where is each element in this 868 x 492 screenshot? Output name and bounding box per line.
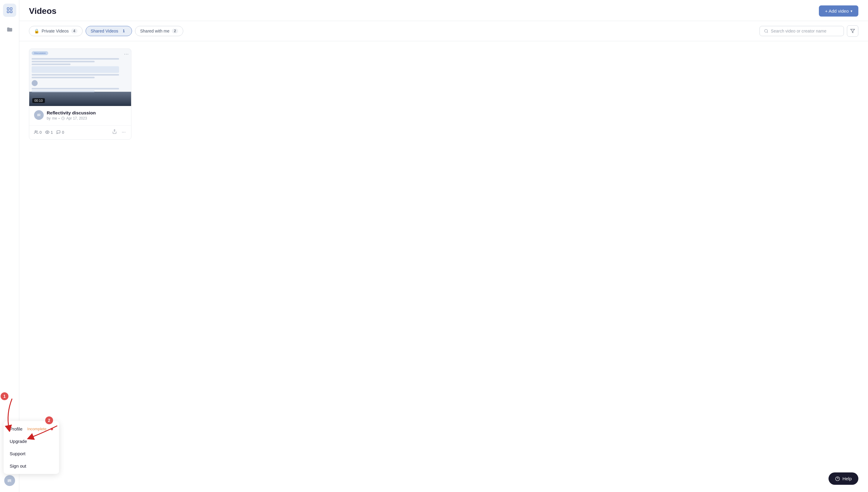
dropdown-item-signout[interactable]: Sign out (4, 460, 59, 472)
people-icon (34, 130, 38, 134)
chevron-down-icon: ▾ (850, 9, 852, 13)
video-creator-avatar: IR (34, 110, 44, 120)
svg-rect-0 (7, 8, 9, 10)
share-icon (112, 129, 117, 134)
tab-shared-videos[interactable]: Shared Videos 1 (86, 26, 132, 36)
svg-rect-3 (10, 11, 12, 13)
filter-button[interactable] (847, 25, 858, 37)
svg-point-8 (47, 131, 48, 133)
search-icon (764, 29, 769, 33)
view-count: 1 (45, 130, 53, 134)
sidebar-item-folder[interactable] (3, 23, 16, 36)
sidebar: IR (0, 0, 19, 492)
main-content: Videos + Add video ▾ 🔒 Private Videos 4 … (19, 0, 868, 492)
video-stats: 0 1 (29, 125, 131, 140)
comment-icon (56, 130, 61, 134)
video-thumbnail: Discussion (29, 49, 131, 106)
video-options-icon: ⋯ (124, 51, 129, 57)
status-dot (51, 428, 53, 430)
svg-point-4 (765, 29, 768, 32)
share-button[interactable] (112, 128, 118, 136)
add-video-button[interactable]: + Add video ▾ (819, 5, 858, 17)
svg-point-7 (35, 131, 37, 132)
page-title: Videos (29, 6, 56, 16)
folder-icon (7, 26, 13, 32)
search-input[interactable] (771, 29, 839, 33)
video-title: Reflectivity discussion (47, 110, 126, 115)
dropdown-menu: Profile Incomplete Upgrade Support Sign … (4, 421, 59, 474)
page-header: Videos + Add video ▾ (19, 0, 868, 21)
svg-marker-5 (850, 29, 854, 33)
video-info: IR Reflectivity discussion by me • (29, 106, 131, 123)
annotation-badge-2: 2 (45, 416, 53, 424)
tabs-bar: 🔒 Private Videos 4 Shared Videos 1 Share… (19, 21, 868, 41)
tab-shared-with-me[interactable]: Shared with me 2 (135, 26, 183, 36)
help-button[interactable]: Help (828, 472, 858, 485)
dropdown-item-profile[interactable]: Profile Incomplete (4, 423, 59, 435)
dropdown-overlay: Profile Incomplete Upgrade Support Sign … (0, 421, 59, 492)
comment-count: 0 (56, 130, 64, 134)
eye-icon (45, 130, 49, 134)
thumbnail-image: Discussion (29, 49, 131, 106)
content-area: Discussion (19, 41, 868, 492)
clock-icon (61, 117, 65, 120)
more-options-button[interactable]: ··· (121, 129, 126, 136)
dropdown-item-upgrade[interactable]: Upgrade (4, 435, 59, 447)
screen-preview: Discussion (29, 49, 131, 92)
ellipsis-icon: ··· (122, 129, 126, 134)
video-grid: Discussion (29, 48, 858, 140)
video-card[interactable]: Discussion (29, 48, 132, 140)
sidebar-nav (3, 23, 16, 475)
share-count: 0 (34, 130, 42, 134)
app-logo[interactable] (3, 4, 16, 17)
svg-rect-1 (10, 8, 12, 10)
filter-icon (850, 29, 855, 33)
svg-rect-2 (7, 11, 9, 13)
video-byline: by me • Apr 17, 2023 (47, 116, 126, 120)
search-bar (759, 26, 844, 36)
dropdown-item-support[interactable]: Support (4, 447, 59, 460)
grid-icon (6, 7, 13, 14)
tab-private-videos[interactable]: 🔒 Private Videos 4 (29, 26, 83, 36)
video-duration: 00:10 (32, 98, 45, 103)
annotation-badge-1: 1 (1, 392, 8, 400)
help-circle-icon (835, 476, 840, 481)
eye-slash-icon: 🔒 (34, 29, 39, 33)
